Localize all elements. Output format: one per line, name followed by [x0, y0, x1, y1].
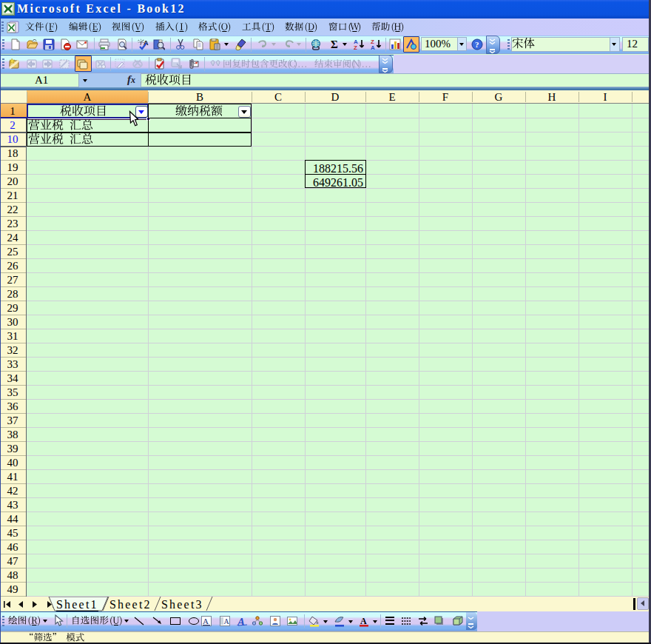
svg-text:Σ: Σ: [331, 38, 338, 50]
svg-text:A: A: [224, 617, 230, 625]
svg-text:?: ?: [475, 40, 479, 49]
svg-text:A: A: [203, 617, 209, 625]
svg-text:A: A: [360, 616, 367, 626]
svg-text:Z: Z: [354, 44, 357, 50]
svg-text:A: A: [371, 44, 375, 50]
